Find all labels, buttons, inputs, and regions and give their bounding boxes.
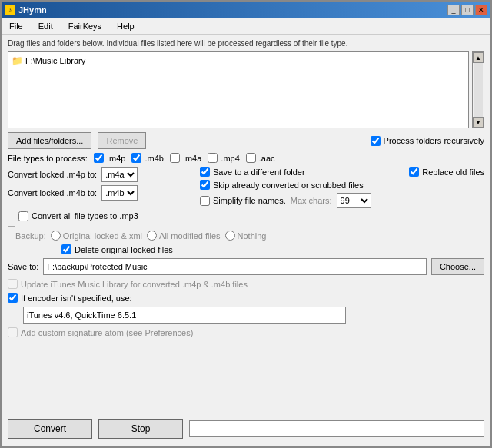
simplify-checkbox[interactable] bbox=[200, 196, 210, 206]
custom-signature-checkbox[interactable] bbox=[8, 327, 18, 337]
update-itunes-row: Update iTunes Music Library for converte… bbox=[8, 279, 484, 289]
scroll-track[interactable] bbox=[474, 63, 483, 117]
m4p-checkbox[interactable] bbox=[94, 153, 104, 163]
m4b-label[interactable]: .m4b bbox=[131, 153, 163, 163]
custom-signature-label[interactable]: Add custom signature atom (see Preferenc… bbox=[8, 327, 484, 337]
folder-icon: 📁 bbox=[12, 55, 23, 66]
process-folders-checkbox[interactable] bbox=[371, 136, 381, 146]
m4a-checkbox[interactable] bbox=[170, 153, 180, 163]
replace-files-label[interactable]: Replace old files bbox=[409, 167, 484, 177]
main-window: ♪ JHymn _ □ ✕ File Edit FairKeys Help Dr… bbox=[0, 0, 492, 448]
save-different-checkbox[interactable] bbox=[200, 167, 210, 177]
right-column: Save to a different folder Skip already … bbox=[200, 167, 371, 227]
backup-nothing-label[interactable]: Nothing bbox=[225, 231, 267, 241]
delete-original-checkbox[interactable] bbox=[62, 244, 71, 254]
aac-label[interactable]: .aac bbox=[246, 153, 275, 163]
encoder-row: If encoder isn't specified, use: bbox=[8, 293, 484, 303]
choose-button[interactable]: Choose... bbox=[431, 258, 484, 275]
backup-all-radio[interactable] bbox=[147, 231, 157, 241]
file-types-label: File types to process: bbox=[8, 154, 88, 163]
skip-converted-label[interactable]: Skip already converted or scrubbed files bbox=[200, 180, 371, 190]
convert-m4b-select[interactable]: .m4b .mp3 .m4a bbox=[101, 185, 138, 201]
save-to-input[interactable]: F:\backup\Protected Music bbox=[43, 258, 427, 275]
menu-help[interactable]: Help bbox=[112, 20, 139, 32]
encoder-specified-label[interactable]: If encoder isn't specified, use: bbox=[8, 293, 484, 303]
backup-original-radio[interactable] bbox=[51, 231, 61, 241]
convert-mp3-text: Convert all file types to .mp3 bbox=[32, 211, 138, 221]
replace-files-text: Replace old files bbox=[422, 168, 484, 177]
process-folders-text: Process folders recursively bbox=[384, 136, 484, 145]
convert-button[interactable]: Convert bbox=[8, 419, 92, 439]
save-to-row: Save to: F:\backup\Protected Music Choos… bbox=[8, 258, 484, 275]
backup-original-label[interactable]: Original locked &.xml bbox=[51, 231, 142, 241]
bracket-decoration bbox=[8, 205, 15, 227]
simplify-label[interactable]: Simplify file names. bbox=[200, 196, 286, 206]
m4p-label[interactable]: .m4p bbox=[94, 153, 125, 163]
file-buttons-row: Add files/folders... Remove Process fold… bbox=[8, 132, 484, 149]
mp4-label[interactable]: .mp4 bbox=[208, 153, 239, 163]
custom-signature-row: Add custom signature atom (see Preferenc… bbox=[8, 327, 484, 337]
file-list[interactable]: 📁 F:\Music Library bbox=[8, 51, 469, 128]
left-column: Convert locked .m4p to: .m4a .mp3 .aac C… bbox=[8, 167, 200, 227]
minimize-button[interactable]: _ bbox=[447, 5, 460, 15]
backup-nothing-radio[interactable] bbox=[225, 231, 235, 241]
app-icon: ♪ bbox=[5, 5, 15, 15]
delete-original-label[interactable]: Delete original locked files bbox=[62, 244, 484, 254]
title-bar-left: ♪ JHymn bbox=[5, 5, 47, 15]
skip-converted-checkbox[interactable] bbox=[200, 180, 210, 190]
window-title: JHymn bbox=[18, 5, 47, 15]
encoder-specified-checkbox[interactable] bbox=[8, 293, 18, 303]
encoder-specified-text: If encoder isn't specified, use: bbox=[21, 294, 132, 303]
options-panel: Convert locked .m4p to: .m4a .mp3 .aac C… bbox=[8, 167, 484, 227]
encoder-input-row: iTunes v4.6, QuickTime 6.5.1 bbox=[8, 307, 484, 324]
m4b-checkbox[interactable] bbox=[131, 153, 141, 163]
max-chars-select[interactable]: 99 50 30 bbox=[337, 193, 371, 208]
convert-mp3-label[interactable]: Convert all file types to .mp3 bbox=[18, 211, 138, 221]
scroll-up-button[interactable]: ▲ bbox=[473, 52, 484, 63]
m4a-text: .m4a bbox=[183, 154, 201, 163]
save-different-text: Save to a different folder bbox=[213, 168, 305, 177]
scroll-down-button[interactable]: ▼ bbox=[473, 117, 484, 128]
file-list-container: 📁 F:\Music Library ▲ ▼ bbox=[8, 51, 484, 128]
save-different-label[interactable]: Save to a different folder bbox=[200, 167, 371, 177]
title-buttons: _ □ ✕ bbox=[447, 5, 487, 15]
menu-fairkeys[interactable]: FairKeys bbox=[64, 20, 106, 32]
list-item: 📁 F:\Music Library bbox=[12, 55, 465, 66]
simplify-text: Simplify file names. bbox=[213, 196, 286, 205]
convert-m4b-label: Convert locked .m4b to: bbox=[8, 188, 97, 197]
custom-signature-text: Add custom signature atom (see Preferenc… bbox=[21, 328, 193, 337]
menu-edit[interactable]: Edit bbox=[34, 20, 58, 32]
update-itunes-label[interactable]: Update iTunes Music Library for converte… bbox=[8, 279, 484, 289]
mp4-checkbox[interactable] bbox=[208, 153, 218, 163]
menu-bar: File Edit FairKeys Help bbox=[2, 18, 490, 35]
add-files-button[interactable]: Add files/folders... bbox=[8, 132, 91, 149]
aac-checkbox[interactable] bbox=[246, 153, 256, 163]
backup-original-text: Original locked &.xml bbox=[63, 231, 142, 241]
backup-label: Backup: bbox=[15, 231, 46, 241]
update-itunes-checkbox[interactable] bbox=[8, 279, 18, 289]
mp4-text: .mp4 bbox=[221, 154, 239, 163]
backup-row: Backup: Original locked &.xml All modifi… bbox=[8, 231, 484, 241]
convert-mp3-checkbox[interactable] bbox=[18, 211, 28, 221]
progress-bar bbox=[189, 420, 484, 437]
save-to-label: Save to: bbox=[8, 262, 38, 271]
replace-col: Replace old files bbox=[401, 167, 484, 227]
main-content: Drag files and folders below. Individual… bbox=[2, 35, 490, 446]
remove-button[interactable]: Remove bbox=[98, 132, 146, 149]
maximize-button[interactable]: □ bbox=[461, 5, 474, 15]
encoder-input[interactable]: iTunes v4.6, QuickTime 6.5.1 bbox=[23, 307, 346, 324]
menu-file[interactable]: File bbox=[5, 20, 28, 32]
delete-original-text: Delete original locked files bbox=[75, 245, 173, 254]
backup-all-label[interactable]: All modified files bbox=[147, 231, 220, 241]
m4a-label[interactable]: .m4a bbox=[170, 153, 201, 163]
drag-hint: Drag files and folders below. Individual… bbox=[8, 39, 484, 48]
close-button[interactable]: ✕ bbox=[475, 5, 487, 15]
stop-button[interactable]: Stop bbox=[98, 419, 183, 439]
process-folders-label[interactable]: Process folders recursively bbox=[371, 136, 484, 146]
replace-files-checkbox[interactable] bbox=[409, 167, 419, 177]
backup-nothing-text: Nothing bbox=[238, 231, 267, 241]
convert-m4p-select[interactable]: .m4a .mp3 .aac bbox=[101, 167, 138, 182]
delete-original-row: Delete original locked files bbox=[62, 244, 484, 254]
file-path: F:\Music Library bbox=[25, 56, 85, 65]
m4p-text: .m4p bbox=[107, 154, 125, 163]
